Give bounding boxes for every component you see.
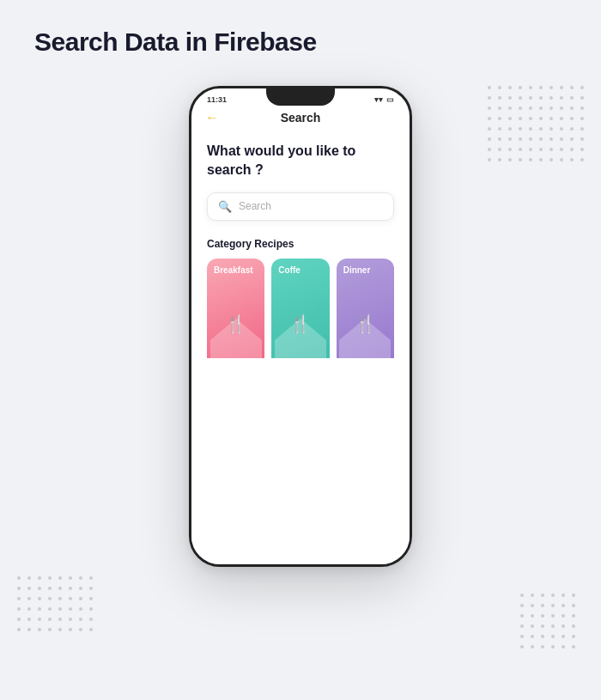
search-bar[interactable]: 🔍 Search <box>207 192 394 221</box>
app-header: ← Search <box>191 106 410 131</box>
card-icon-area-coffe: 🍴 <box>271 278 329 358</box>
dots-decoration-top-right: (function(){ const c = document.currentS… <box>488 86 584 161</box>
category-card-breakfast[interactable]: Breakfast 🍴 <box>207 259 264 358</box>
status-time: 11:31 <box>207 95 227 104</box>
app-bottom-space <box>191 358 410 564</box>
category-card-coffe[interactable]: Coffe 🍴 <box>271 259 329 358</box>
category-cards: Breakfast 🍴 Coffe 🍴 <box>207 259 394 358</box>
search-placeholder: Search <box>239 200 271 212</box>
phone-screen: 11:31 ▾▾ ▭ ← Search What would you like … <box>189 86 412 567</box>
screen-title: Search <box>281 111 321 125</box>
status-icons: ▾▾ ▭ <box>374 95 394 104</box>
search-question: What would you like to search ? <box>207 142 394 180</box>
battery-icon: ▭ <box>386 95 394 104</box>
phone-notch <box>266 88 335 106</box>
back-button[interactable]: ← <box>205 110 219 125</box>
page-title: Search Data in Firebase <box>34 27 317 57</box>
wifi-icon: ▾▾ <box>374 95 383 104</box>
card-icon-area-dinner: 🍴 <box>337 278 394 358</box>
card-label-breakfast: Breakfast <box>207 259 264 278</box>
app-content: What would you like to search ? 🔍 Search… <box>191 131 410 358</box>
dots-decoration-bottom-left: (function(){ const c = document.currentS… <box>17 576 93 631</box>
search-icon: 🔍 <box>218 200 232 213</box>
cutlery-icon-coffe: 🍴 <box>289 313 311 334</box>
phone-mockup: 11:31 ▾▾ ▭ ← Search What would you like … <box>189 86 412 567</box>
card-label-coffe: Coffe <box>271 259 329 278</box>
cutlery-icon-breakfast: 🍴 <box>225 313 246 334</box>
cutlery-icon-dinner: 🍴 <box>355 313 376 334</box>
card-icon-area-breakfast: 🍴 <box>207 278 264 358</box>
category-label: Category Recipes <box>207 238 394 250</box>
card-label-dinner: Dinner <box>337 259 394 278</box>
category-card-dinner[interactable]: Dinner 🍴 <box>337 259 394 358</box>
dots-decoration-bottom-right: (function(){ const c = document.currentS… <box>520 593 575 648</box>
